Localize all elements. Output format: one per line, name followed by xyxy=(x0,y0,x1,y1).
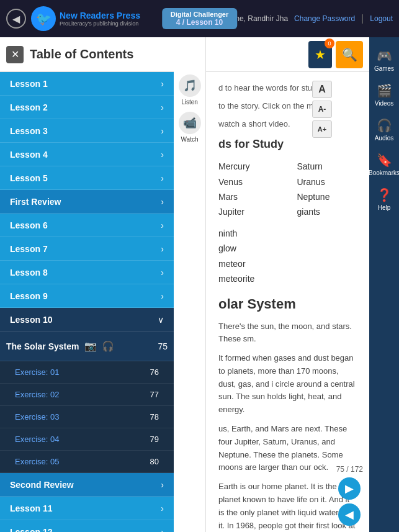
first-review-label: First Review xyxy=(10,197,61,207)
second-review-label: Second Review xyxy=(10,480,74,490)
help-label: Help xyxy=(378,204,391,211)
lesson5-arrow: › xyxy=(161,173,164,183)
header-right: Welcome, Randhir Jha Change Password | L… xyxy=(213,13,393,24)
next-page-button[interactable]: ▶ xyxy=(338,477,361,500)
lesson9-arrow: › xyxy=(161,291,164,301)
toc-item-lesson2[interactable]: Lesson 2 › xyxy=(0,96,174,119)
lesson4-label: Lesson 4 xyxy=(10,150,48,160)
bookmarks-button[interactable]: 🔖 Bookmarks xyxy=(369,148,399,181)
toc-item-lesson9[interactable]: Lesson 9 › xyxy=(0,284,174,308)
bookmark-badge: 0 xyxy=(325,38,334,48)
content-body: d to hear the words for study. to the st… xyxy=(206,72,369,532)
toc-subitem-ex03[interactable]: Exercise: 03 78 xyxy=(0,406,174,428)
second-review-arrow: › xyxy=(161,480,164,490)
toc-item-lesson8[interactable]: Lesson 8 › xyxy=(0,261,174,284)
lesson12-label: Lesson 12 xyxy=(10,527,52,533)
word-ninth: ninth xyxy=(218,227,357,240)
toc-item-lesson1[interactable]: Lesson 1 › xyxy=(0,72,174,96)
lesson3-arrow: › xyxy=(161,126,164,136)
games-label: Games xyxy=(374,65,394,72)
logo-icon: 🐦 xyxy=(31,6,56,31)
instruction-text1: d to hear the words for study. xyxy=(218,82,357,95)
logout-link[interactable]: Logout xyxy=(370,14,393,23)
lesson2-arrow: › xyxy=(161,102,164,112)
search-icon: 🔍 xyxy=(342,47,357,62)
listen-sidebar: 🎵 Listen 📹 Watch xyxy=(174,37,206,532)
watch-label: Watch xyxy=(181,136,199,143)
current-page: 75 xyxy=(158,341,168,351)
toc-title: Table of Contents xyxy=(30,47,133,61)
watch-button[interactable]: 📹 Watch xyxy=(179,112,201,143)
lesson6-arrow: › xyxy=(161,220,164,230)
games-button[interactable]: 🎮 Games xyxy=(369,43,399,77)
search-button[interactable]: 🔍 xyxy=(336,41,363,68)
para2: It formed when gases and dust began to p… xyxy=(218,352,357,417)
toc-subitem-ex04[interactable]: Exercise: 04 79 xyxy=(0,428,174,451)
font-small-button[interactable]: A+ xyxy=(312,120,332,138)
camera-icon: 📷 xyxy=(84,340,97,352)
toc-item-lesson4[interactable]: Lesson 4 › xyxy=(0,143,174,166)
toc-subitem-ex05[interactable]: Exercise: 05 80 xyxy=(0,451,174,473)
word-grid: Mercury Saturn Venus Uranus Mars Neptune… xyxy=(218,160,357,219)
toc-list: Lesson 1 › Lesson 2 › Lesson 3 › Lesson … xyxy=(0,72,174,532)
toc-item-lesson10[interactable]: Lesson 10 ∨ xyxy=(0,308,174,331)
instruction-text3: watch a short video. xyxy=(218,118,357,131)
videos-label: Videos xyxy=(375,100,393,107)
toc-item-lesson11[interactable]: Lesson 11 › xyxy=(0,497,174,520)
toc-current-item[interactable]: The Solar System 📷 🎧 75 xyxy=(0,331,174,361)
toc-item-lesson12[interactable]: Lesson 12 › xyxy=(0,520,174,532)
content-topbar: 0 ★ 🔍 xyxy=(206,37,369,72)
prev-page-button[interactable]: ◀ xyxy=(338,503,361,526)
words-section: ds for Study Mercury Saturn Venus Uranus… xyxy=(218,135,357,286)
words-heading: ds for Study xyxy=(218,135,357,153)
toc-item-first-review[interactable]: First Review › xyxy=(0,190,174,214)
listen-icon: 🎵 xyxy=(179,74,201,97)
bookmark-button[interactable]: 0 ★ xyxy=(308,41,332,68)
bookmark-icon: ★ xyxy=(315,47,326,62)
headphone-icon: 🎧 xyxy=(102,340,114,352)
back-button[interactable]: ◀ xyxy=(6,9,26,29)
font-large-button[interactable]: A xyxy=(312,81,332,98)
ex02-page: 77 xyxy=(150,390,159,399)
ex02-label: Exercise: 02 xyxy=(15,390,60,399)
close-button[interactable]: ✕ xyxy=(6,46,24,63)
word-saturn: Saturn xyxy=(297,160,357,173)
toc-subitem-ex02[interactable]: Exercise: 02 77 xyxy=(0,384,174,406)
logo-text: New Readers Press ProLiteracy's publishi… xyxy=(60,11,140,27)
toc-item-lesson3[interactable]: Lesson 3 › xyxy=(0,119,174,143)
toc-item-lesson6[interactable]: Lesson 6 › xyxy=(0,214,174,237)
header-left: ◀ 🐦 New Readers Press ProLiteracy's publ… xyxy=(6,6,140,31)
header-separator: | xyxy=(361,13,364,24)
page-text: 75 / 172 xyxy=(336,465,363,474)
audios-button[interactable]: 🎧 Audios xyxy=(369,113,399,147)
header: ◀ 🐦 New Readers Press ProLiteracy's publ… xyxy=(0,0,399,37)
font-medium-button[interactable]: A- xyxy=(312,101,332,118)
lesson10-arrow: ∨ xyxy=(158,315,164,325)
instruction-text2: to the story. Click on the movie xyxy=(218,100,357,113)
word-glow: glow xyxy=(218,241,357,255)
lesson1-label: Lesson 1 xyxy=(10,79,48,89)
lesson8-arrow: › xyxy=(161,268,164,277)
lesson8-label: Lesson 8 xyxy=(10,268,48,277)
change-password-link[interactable]: Change Password xyxy=(294,14,355,23)
word-neptune: Neptune xyxy=(297,190,357,204)
lesson7-label: Lesson 7 xyxy=(10,244,48,254)
page-nav: 75 / 172 ▶ ◀ xyxy=(336,465,363,526)
listen-button[interactable]: 🎵 Listen xyxy=(179,74,201,106)
toc-item-second-review[interactable]: Second Review › xyxy=(0,473,174,497)
toc-item-lesson7[interactable]: Lesson 7 › xyxy=(0,237,174,261)
lesson5-label: Lesson 5 xyxy=(10,173,48,183)
lesson11-label: Lesson 11 xyxy=(10,503,52,513)
toc-item-lesson5[interactable]: Lesson 5 › xyxy=(0,166,174,190)
logo-sub: ProLiteracy's publishing division xyxy=(60,20,140,27)
ex01-label: Exercise: 01 xyxy=(15,367,60,377)
right-sidebar: 🎮 Games 🎬 Videos 🎧 Audios 🔖 Bookmarks ❓ … xyxy=(369,37,399,532)
videos-button[interactable]: 🎬 Videos xyxy=(369,78,399,112)
lesson7-arrow: › xyxy=(161,244,164,254)
videos-icon: 🎬 xyxy=(377,83,392,98)
lesson12-arrow: › xyxy=(161,527,164,533)
toc-subitem-ex01[interactable]: Exercise: 01 76 xyxy=(0,361,174,384)
help-button[interactable]: ❓ Help xyxy=(369,183,399,216)
word-giants: giants xyxy=(297,205,357,219)
lesson3-label: Lesson 3 xyxy=(10,126,48,136)
